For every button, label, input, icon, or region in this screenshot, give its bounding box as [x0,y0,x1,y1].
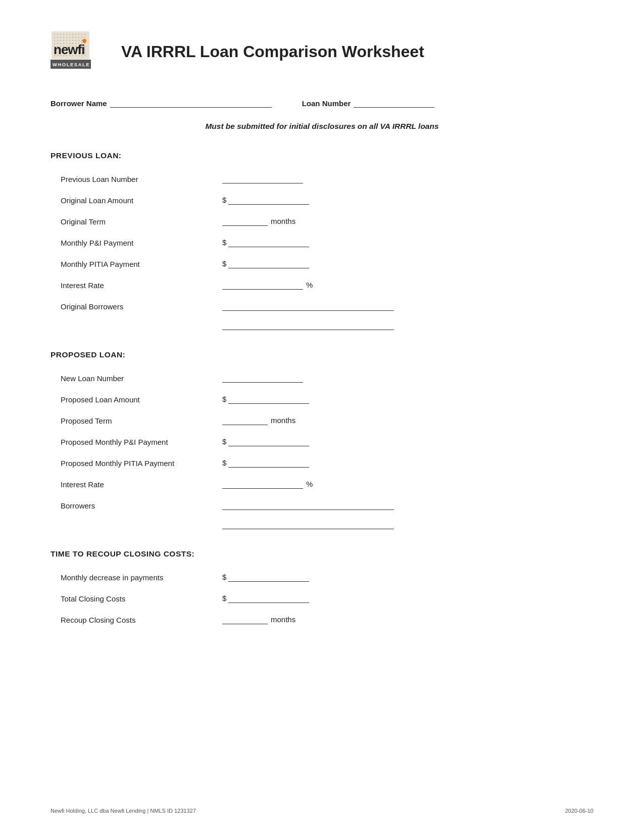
original-borrowers-input[interactable] [222,302,394,311]
header: newfi WHOLESALE VA IRRRL Loan Comparison… [51,30,593,73]
borrowers-extra-input[interactable] [222,520,394,529]
svg-point-2 [57,34,58,35]
svg-point-29 [72,40,73,41]
svg-point-6 [69,34,70,35]
field-input-proposed-monthly-pitia: $ [222,458,309,468]
field-label-interest-rate: Interest Rate [51,281,222,290]
field-row-proposed-loan-amount: Proposed Loan Amount $ [51,388,593,404]
proposed-monthly-pitia-input[interactable] [228,458,309,468]
field-label-proposed-monthly-pitia: Proposed Monthly PITIA Payment [51,459,222,468]
field-label-total-closing: Total Closing Costs [51,594,222,603]
page: newfi WHOLESALE VA IRRRL Loan Comparison… [0,0,644,834]
field-label-monthly-decrease: Monthly decrease in payments [51,573,222,582]
proposed-term-input[interactable] [222,416,268,425]
dollar-prefix-5: $ [222,437,226,446]
svg-point-23 [54,40,55,41]
field-input-proposed-loan-amount: $ [222,395,309,404]
field-label-proposed-loan-amount: Proposed Loan Amount [51,395,222,404]
months-suffix-2: months [271,416,295,425]
loan-number-field: Loan Number [302,99,435,108]
field-input-previous-loan-number [222,174,303,183]
footer-right: 2020-06-10 [565,808,593,814]
proposed-loan-section: PROPOSED LOAN: New Loan Number Proposed … [51,350,593,529]
field-label-proposed-interest-rate: Interest Rate [51,480,222,489]
original-borrowers-extra-input[interactable] [222,321,394,330]
field-label-proposed-monthly-pi: Proposed Monthly P&I Payment [51,438,222,446]
field-input-recoup-closing: months [222,615,295,624]
original-loan-amount-input[interactable] [228,196,309,205]
field-label-monthly-pitia-payment: Monthly PITIA Payment [51,260,222,268]
previous-loan-section: PREVIOUS LOAN: Previous Loan Number Orig… [51,151,593,330]
svg-point-22 [84,37,85,38]
monthly-pitia-payment-input[interactable] [228,259,309,268]
field-row-monthly-pitia-payment: Monthly PITIA Payment $ [51,252,593,268]
field-row-total-closing: Total Closing Costs $ [51,587,593,603]
field-input-monthly-pi-payment: $ [222,238,309,247]
field-row-monthly-pi-payment: Monthly P&I Payment $ [51,231,593,247]
field-row-recoup-closing: Recoup Closing Costs months [51,608,593,624]
field-input-borrowers [222,501,394,510]
field-input-original-term: months [222,217,295,226]
dollar-prefix-7: $ [222,573,226,581]
footer: Newfi Holding, LLC dba Newfi Lending | N… [0,808,644,814]
monthly-pi-payment-input[interactable] [228,238,309,247]
total-closing-costs-input[interactable] [228,594,309,603]
borrower-field: Borrower Name [51,99,272,108]
loan-number-label: Loan Number [302,99,351,108]
page-title: VA IRRRL Loan Comparison Worksheet [121,42,424,61]
proposed-loan-amount-input[interactable] [228,395,309,404]
field-input-original-loan-amount: $ [222,196,309,205]
field-input-interest-rate: % [222,281,313,290]
field-input-original-borrowers [222,302,394,311]
borrower-name-input[interactable] [110,99,272,108]
svg-point-26 [63,40,64,41]
previous-loan-number-input[interactable] [222,174,303,183]
svg-text:WHOLESALE: WHOLESALE [53,62,90,67]
dollar-prefix-4: $ [222,395,226,403]
svg-point-1 [54,34,55,35]
svg-point-10 [81,34,82,35]
proposed-interest-rate-input[interactable] [222,480,303,489]
extra-line-row-prev [51,316,593,330]
borrowers-input[interactable] [222,501,394,510]
loan-number-input[interactable] [354,99,434,108]
original-term-input[interactable] [222,217,268,226]
svg-point-17 [69,37,70,38]
extra-line-row-prop [51,515,593,529]
dollar-prefix-1: $ [222,196,226,204]
interest-rate-input[interactable] [222,281,303,290]
svg-point-27 [66,40,67,41]
recoup-closing-costs-input[interactable] [222,615,268,624]
field-input-new-loan-number [222,374,303,383]
svg-point-15 [63,37,64,38]
new-loan-number-input[interactable] [222,374,303,383]
svg-point-24 [57,40,58,41]
field-label-original-term: Original Term [51,217,222,226]
field-input-proposed-interest-rate: % [222,480,313,489]
field-row-original-loan-amount: Original Loan Amount $ [51,189,593,205]
monthly-decrease-input[interactable] [228,573,309,582]
svg-point-9 [78,34,79,35]
field-row-new-loan-number: New Loan Number [51,366,593,383]
dollar-prefix-3: $ [222,259,226,268]
svg-point-8 [75,34,76,35]
dollar-prefix-2: $ [222,238,226,247]
field-row-proposed-interest-rate: Interest Rate % [51,473,593,489]
previous-loan-header: PREVIOUS LOAN: [51,151,593,160]
field-input-proposed-monthly-pi: $ [222,437,309,446]
svg-text:newfi: newfi [54,42,84,57]
field-label-proposed-term: Proposed Term [51,416,222,425]
percent-suffix-2: % [306,480,313,488]
svg-point-12 [54,37,55,38]
field-row-proposed-monthly-pi: Proposed Monthly P&I Payment $ [51,430,593,446]
svg-point-7 [72,34,73,35]
svg-point-5 [66,34,67,35]
proposed-monthly-pi-input[interactable] [228,437,309,446]
field-label-new-loan-number: New Loan Number [51,374,222,383]
svg-point-13 [57,37,58,38]
dollar-prefix-6: $ [222,458,226,467]
field-row-interest-rate: Interest Rate % [51,273,593,290]
field-row-borrowers: Borrowers [51,494,593,510]
field-row-monthly-decrease: Monthly decrease in payments $ [51,566,593,582]
svg-point-3 [60,34,61,35]
